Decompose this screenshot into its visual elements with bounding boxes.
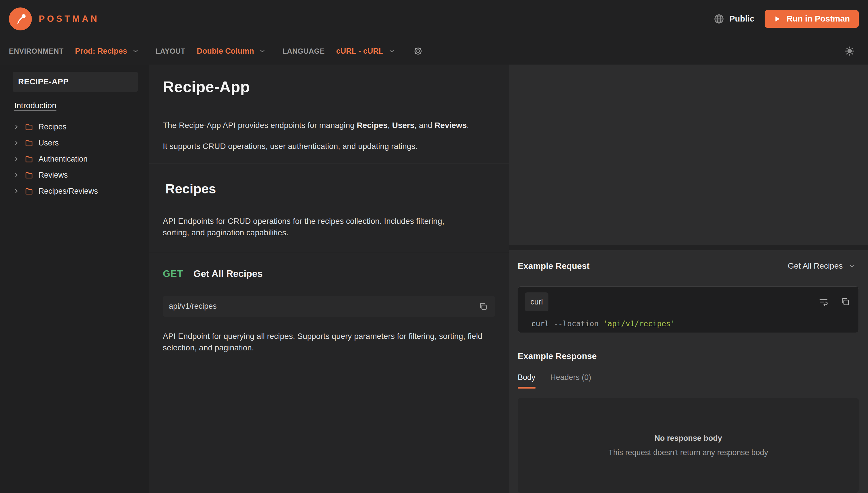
chevron-right-icon [13,156,20,162]
intro-paragraph: The Recipe-App API provides endpoints fo… [163,120,495,131]
http-method-badge: GET [163,268,183,279]
sidebar-folder-recipes-reviews[interactable]: Recipes/Reviews [13,183,138,199]
postman-logo-icon [9,7,32,30]
copy-icon [840,296,850,307]
chevron-right-icon [13,140,20,146]
request-code-block: curl [518,286,859,333]
folder-label: Recipes/Reviews [39,187,98,196]
copy-code-button[interactable] [840,296,850,307]
folder-icon [25,155,33,163]
tab-body[interactable]: Body [518,373,536,389]
collection-intro-section: Recipe-App The Recipe-App API provides e… [149,65,509,164]
sidebar-folder-users[interactable]: Users [13,135,138,151]
language-settings-gear-icon[interactable] [413,46,423,56]
documentation-column: Recipe-App The Recipe-App API provides e… [149,65,509,493]
folder-tree: Recipes Users Authentication Reviews [13,119,138,199]
environment-dropdown[interactable]: Prod: Recipes [75,47,139,56]
example-request-header: Example Request Get All Recipes [518,261,859,271]
collection-name-box[interactable]: RECIPE-APP [13,72,138,92]
sidebar-folder-authentication[interactable]: Authentication [13,151,138,167]
folder-icon [25,138,33,147]
example-response-title: Example Response [518,351,859,361]
layout-label: LAYOUT [156,47,185,56]
copy-icon [478,302,488,312]
page-title: Recipe-App [163,78,495,95]
example-request-section: Example Request Get All Recipes curl [509,250,868,493]
folder-icon [25,171,33,179]
top-bar: POSTMAN Public Run in Postman [0,0,868,38]
empty-response-title: No response body [654,434,722,443]
chevron-down-icon [259,48,266,55]
folder-label: Users [39,138,59,148]
language-label: LANGUAGE [283,47,325,56]
folder-label: Reviews [39,171,68,180]
postman-brand: POSTMAN [9,7,99,30]
folder-label: Recipes [39,123,67,131]
play-icon [773,15,781,23]
topbar-right-cluster: Public Run in Postman [714,10,859,28]
copy-url-button[interactable] [478,302,488,312]
chevron-down-icon [132,48,139,55]
chevron-right-icon [13,172,20,178]
folder-section-description: API Endpoints for CRUD operations for th… [163,215,467,238]
settings-toolbar: ENVIRONMENT Prod: Recipes LAYOUT Double … [0,38,868,65]
panel-gap [509,245,868,250]
theme-toggle-sun-icon[interactable] [845,46,855,56]
endpoint-url: api/v1/recipes [169,302,217,311]
visibility-label: Public [729,14,754,23]
chevron-down-icon [388,48,395,55]
curl-command[interactable]: curl --location 'api/v1/recipes' [531,319,852,328]
code-actions [818,296,850,307]
response-body-panel: No response body This request doesn't re… [518,398,859,493]
recipes-folder-section: Recipes API Endpoints for CRUD operation… [149,164,509,252]
sidebar-item-introduction[interactable]: Introduction [14,101,56,110]
chevron-right-icon [13,124,20,130]
brand-wordmark: POSTMAN [39,14,99,24]
empty-response-subtitle: This request doesn't return any response… [608,448,768,457]
code-language-badge[interactable]: curl [525,293,549,312]
endpoint-url-box: api/v1/recipes [163,296,495,317]
layout-dropdown[interactable]: Double Column [197,47,266,56]
chevron-right-icon [13,188,20,194]
folder-icon [25,123,33,131]
folder-section-title: Recipes [165,181,495,197]
endpoint-section: GET Get All Recipes api/v1/recipes API E… [149,252,509,353]
code-block-toolbar: curl [525,293,852,312]
example-panel: Example Request Get All Recipes curl [509,65,868,493]
folder-icon [25,187,33,195]
wrap-text-icon [818,296,829,307]
run-in-postman-button[interactable]: Run in Postman [765,10,859,28]
content-area: RECIPE-APP Introduction Recipes Users A [0,65,868,493]
endpoint-header: GET Get All Recipes [163,268,495,279]
example-panel-empty-area [509,65,868,245]
globe-icon [714,14,724,24]
chevron-down-icon [848,262,856,270]
language-dropdown[interactable]: cURL - cURL [336,47,395,56]
example-request-selector[interactable]: Get All Recipes [788,261,856,271]
intro-paragraph-2: It supports CRUD operations, user authen… [163,141,495,152]
collection-sidebar: RECIPE-APP Introduction Recipes Users A [0,65,149,493]
sidebar-folder-reviews[interactable]: Reviews [13,167,138,183]
environment-label: ENVIRONMENT [9,47,63,56]
postman-documentation-page: POSTMAN Public Run in Postman ENVIRONMEN… [0,0,868,493]
folder-label: Authentication [39,155,87,164]
collection-name: RECIPE-APP [18,77,69,86]
sidebar-folder-recipes[interactable]: Recipes [13,119,138,135]
tab-headers[interactable]: Headers (0) [551,373,592,389]
endpoint-description: API Endpoint for querying all recipes. S… [163,330,495,353]
wrap-text-button[interactable] [818,296,829,307]
visibility-status: Public [714,14,754,24]
response-tabs: Body Headers (0) [518,373,859,389]
endpoint-title: Get All Recipes [193,268,263,279]
example-request-title: Example Request [518,261,590,271]
